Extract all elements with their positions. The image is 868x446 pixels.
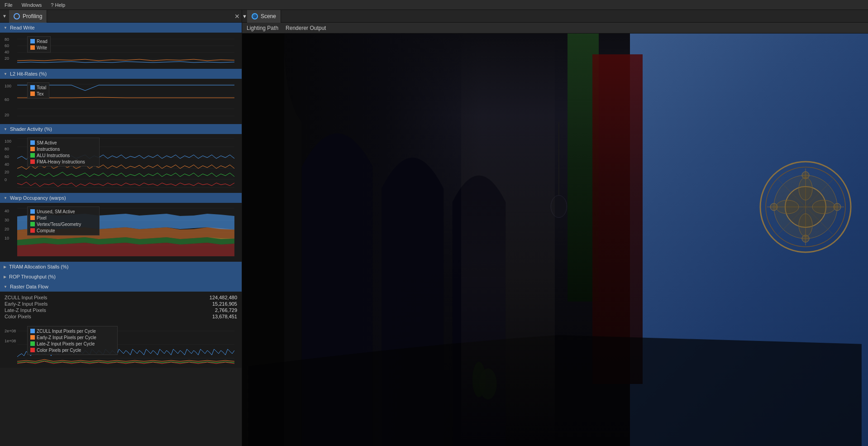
read-write-section: ▼ Read Write 80604020	[0, 23, 242, 69]
read-write-header[interactable]: ▼ Read Write	[0, 23, 242, 33]
l2-tex-color	[30, 91, 35, 96]
l2-chart-wrapper: 1006020	[4, 81, 238, 121]
raster-arrow: ▼	[4, 285, 7, 289]
raster-header[interactable]: ▼ Raster Data Flow	[0, 282, 242, 292]
raster-color-color	[30, 348, 35, 352]
shader-chart-wrapper: 100806040200	[4, 136, 238, 190]
shader-legend: SM Active Instructions ALU Instructions	[27, 138, 100, 167]
shader-instr-color	[30, 147, 35, 151]
svg-point-39	[776, 200, 799, 214]
latez-label: Late-Z Input Pixels	[5, 307, 46, 313]
shader-section: ▼ Shader Activity (%) 100806040200	[0, 124, 242, 193]
svg-marker-18	[17, 243, 234, 256]
raster-y-labels: 2e+081e+08	[5, 326, 16, 346]
stat-zcull: ZCULL Input Pixels 124,482,480	[5, 294, 237, 301]
right-panel: ▼ Scene Lighting Path Renderer Output	[242, 10, 868, 446]
svg-point-38	[799, 214, 812, 236]
left-panel: ▼ Profiling ✕ ▼ Read Write 8060402	[0, 10, 242, 446]
clock-icon	[14, 13, 20, 19]
rw-legend-write: Write	[30, 44, 48, 51]
color-pixels-label: Color Pixels	[5, 314, 31, 319]
warp-pixel-color	[30, 216, 35, 220]
stat-earlyz: Early-Z Input Pixels 15,216,905	[5, 301, 237, 307]
warp-unused-item: Unused, SM Active	[30, 208, 96, 215]
menu-bar: File Windows ? Help	[0, 0, 868, 10]
shader-alu-label: ALU Instructions	[37, 153, 70, 158]
stat-color: Color Pixels 13,678,451	[5, 313, 237, 320]
panel-arrow[interactable]: ▼	[0, 10, 9, 23]
l2-total-item: Total	[30, 84, 46, 91]
latez-value: 2,766,729	[215, 307, 237, 313]
shader-header[interactable]: ▼ Shader Activity (%)	[0, 124, 242, 134]
svg-point-40	[812, 200, 835, 214]
shader-instr-label: Instructions	[37, 147, 60, 152]
l2-header[interactable]: ▼ L2 Hit-Rates (%)	[0, 69, 242, 79]
raster-zcull-item: ZCULL Input Pixels per Cycle	[30, 328, 114, 334]
rop-header[interactable]: ▶ ROP Throughput (%)	[0, 272, 242, 282]
stat-latez: Late-Z Input Pixels 2,766,729	[5, 307, 237, 313]
tram-title: TRAM Allocation Stalls (%)	[9, 264, 68, 269]
shader-sm-color	[30, 140, 35, 145]
menu-windows[interactable]: Windows	[20, 2, 44, 8]
menu-file[interactable]: File	[3, 2, 14, 8]
profiling-tab-label: Profiling	[23, 13, 42, 19]
l2-title: L2 Hit-Rates (%)	[10, 71, 47, 77]
panel-content[interactable]: ▼ Read Write 80604020	[0, 23, 242, 446]
tram-section: ▶ TRAM Allocation Stalls (%)	[0, 262, 242, 272]
rw-title: Read Write	[10, 25, 35, 30]
scene-panel-arrow[interactable]: ▼	[242, 14, 247, 19]
raster-chart-wrapper: 2e+081e+08	[4, 324, 238, 365]
menu-help[interactable]: ? Help	[49, 2, 67, 8]
raster-zcull-color	[30, 329, 35, 333]
rw-write-color	[30, 45, 35, 50]
globe-icon	[252, 13, 258, 19]
svg-point-37	[799, 177, 812, 200]
l2-total-color	[30, 85, 35, 90]
light-streak	[461, 34, 555, 446]
scene-tab-label: Scene	[261, 13, 276, 19]
scene-tab[interactable]: Scene	[247, 10, 281, 23]
zcull-label: ZCULL Input Pixels	[5, 295, 47, 300]
renderer-output-nav[interactable]: Renderer Output	[286, 24, 326, 32]
raster-earlyz-item: Early-Z Input Pixels per Cycle	[30, 334, 114, 340]
rw-write-label: Write	[37, 45, 47, 50]
l2-tex-item: Tex	[30, 91, 46, 97]
color-pixels-value: 13,678,451	[212, 314, 237, 319]
warp-section: ▼ Warp Occupancy (warps) 40302010	[0, 193, 242, 262]
shader-fma-color	[30, 159, 35, 164]
warp-title: Warp Occupancy (warps)	[10, 195, 66, 201]
warp-unused-label: Unused, SM Active	[37, 209, 75, 214]
earlyz-label: Early-Z Input Pixels	[5, 301, 48, 307]
warp-vtg-item: Vertex/Tess/Geometry	[30, 221, 96, 227]
l2-chart	[17, 81, 234, 121]
profiling-tab[interactable]: Profiling	[9, 10, 47, 23]
l2-tex-label: Tex	[37, 91, 44, 96]
raster-zcull-label: ZCULL Input Pixels per Cycle	[37, 329, 96, 334]
warp-arrow: ▼	[4, 196, 7, 200]
earlyz-value: 15,216,905	[212, 301, 237, 307]
warp-legend: Unused, SM Active Pixel Vertex/Tess/Geom…	[27, 206, 100, 235]
rop-section: ▶ ROP Throughput (%)	[0, 272, 242, 282]
raster-section: ▼ Raster Data Flow ZCULL Input Pixels 12…	[0, 282, 242, 368]
l2-y-labels: 1006020	[5, 82, 11, 119]
warp-chart-wrapper: 40302010	[4, 205, 238, 259]
l2-total-label: Total	[37, 85, 46, 90]
scene-viewport[interactable]	[242, 34, 868, 446]
shader-y-labels: 100806040200	[5, 138, 11, 184]
raster-color-label: Color Pixels per Cycle	[37, 348, 81, 353]
l2-arrow: ▼	[4, 72, 7, 76]
warp-vtg-label: Vertex/Tess/Geometry	[37, 222, 81, 227]
warp-header[interactable]: ▼ Warp Occupancy (warps)	[0, 193, 242, 203]
shader-title: Shader Activity (%)	[10, 126, 52, 132]
tram-header[interactable]: ▶ TRAM Allocation Stalls (%)	[0, 262, 242, 272]
raster-earlyz-label: Early-Z Input Pixels per Cycle	[37, 335, 96, 340]
scene-tab-bar: ▼ Scene	[242, 10, 868, 23]
lighting-path-nav[interactable]: Lighting Path	[247, 24, 278, 32]
shader-instr-item: Instructions	[30, 146, 96, 152]
rw-chart-area: 80604020	[0, 33, 242, 69]
raster-legend: ZCULL Input Pixels per Cycle Early-Z Inp…	[27, 326, 118, 355]
warp-chart-area: 40302010	[0, 203, 242, 262]
main-area: ▼ Profiling ✕ ▼ Read Write 8060402	[0, 10, 868, 446]
close-button[interactable]: ✕	[233, 12, 242, 21]
scene-nav: Lighting Path Renderer Output	[242, 23, 868, 34]
